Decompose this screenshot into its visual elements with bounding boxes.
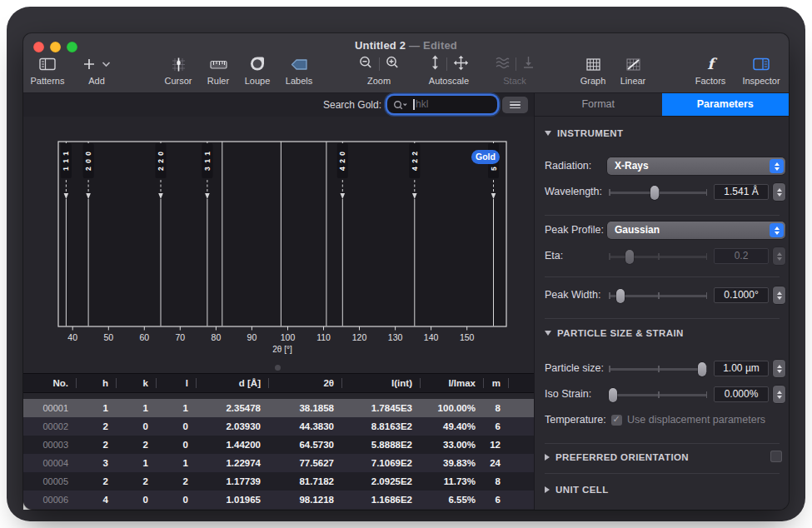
tab-parameters[interactable]: Parameters [662,93,790,116]
wavelength-stepper[interactable] [773,183,785,201]
svg-text:80: 80 [212,332,222,342]
autoscale-all-icon[interactable] [453,55,469,74]
svg-text:70: 70 [175,332,185,342]
peak-list-button[interactable] [502,97,528,113]
svg-text:4 2 0: 4 2 0 [338,151,346,171]
toolbar-separator [446,57,447,71]
particle-size-stepper[interactable] [773,360,785,377]
section-instrument[interactable]: INSTRUMENT [545,127,623,140]
slider-thumb[interactable] [616,289,625,303]
inspector-panel-icon [733,55,789,73]
peak-width-field[interactable]: 0.1000° [714,287,769,303]
svg-text:40: 40 [67,332,77,342]
peak-profile-dropdown[interactable]: Gaussian [607,222,785,239]
toolbar-inspector[interactable]: Inspector [733,55,789,86]
col-h[interactable]: h [77,374,117,392]
slider-thumb[interactable] [650,186,659,200]
search-input[interactable] [416,97,492,112]
svg-text:100: 100 [281,332,296,342]
table-row[interactable]: 0000640 01.0196598.1218 1.1686E26.55%6 [23,491,534,509]
slider-thumb[interactable] [698,362,706,376]
svg-text:2 2 0: 2 2 0 [157,151,165,171]
col-l[interactable]: l [157,374,197,392]
factors-icon: f [684,55,737,73]
app-window: Untitled 2 — Edited Patterns Add Cursor [23,33,789,510]
stack-collapse-icon [522,56,535,72]
table-row[interactable]: 0000220 02.0393044.3830 8.8163E249.40%6 [23,417,534,436]
peak-table: No. h k l d [Å] 2θ I(int) I/Imax m 00001… [23,373,534,510]
radiation-label: Radiation: [545,160,591,172]
toolbar-labels[interactable]: Labels [272,55,326,86]
chevron-down-icon [102,61,111,67]
table-row[interactable]: 0000322 01.4420064.5730 5.8888E233.00%12 [23,436,534,454]
peak-width-stepper[interactable] [773,286,785,304]
iso-strain-stepper[interactable] [773,386,785,403]
svg-text:2θ [°]: 2θ [°] [272,345,292,354]
disclosure-closed-icon [545,454,550,461]
col-iint[interactable]: I(int) [342,374,421,392]
temperature-row: Temperature: Use displacement parameters [535,411,789,430]
eta-label: Eta: [545,250,563,262]
toolbar-add[interactable]: Add [70,55,123,86]
peak-width-slider[interactable] [609,288,707,303]
autoscale-vertical-icon[interactable] [430,55,441,73]
col-2theta[interactable]: 2θ [269,374,342,392]
iso-strain-field[interactable]: 0.000% [714,386,769,402]
inspector-panel: Format Parameters INSTRUMENT Radiation: … [535,93,789,510]
chart-canvas: 4050607080901001101201301401502θ [°]1 1 … [23,117,534,373]
wavelength-label: Wavelength: [545,186,602,197]
linear-scale-icon [606,55,660,73]
svg-text:150: 150 [460,332,475,342]
svg-text:130: 130 [388,332,403,342]
svg-text:110: 110 [316,332,331,342]
iso-strain-slider[interactable] [609,387,707,402]
col-no[interactable]: No. [23,374,77,392]
table-row[interactable]: 0000522 21.1773981.7182 2.0925E211.73%8 [23,472,534,491]
main-content-pane: Search Gold: 405060708090100110120130140… [23,93,534,510]
toolbar-autoscale[interactable]: Autoscale [420,55,478,86]
section-unit-cell[interactable]: UNIT CELL [545,483,609,496]
scroll-indicator[interactable] [275,365,281,371]
col-m[interactable]: m [484,374,509,392]
svg-text:1 1 1: 1 1 1 [62,151,70,171]
search-icon [393,99,411,114]
col-d[interactable]: d [Å] [197,374,269,392]
text-caret [413,99,415,110]
wavelength-slider[interactable] [609,185,707,200]
zoom-in-icon[interactable] [386,56,400,73]
toolbar-linear[interactable]: Linear [606,55,660,86]
svg-text:90: 90 [247,332,257,342]
wavelength-field[interactable]: 1.541 Å [714,184,769,200]
svg-text:4 2 2: 4 2 2 [411,151,419,171]
tab-format[interactable]: Format [535,93,662,116]
preferred-orientation-checkbox[interactable] [770,451,782,462]
patterns-icon [23,55,74,73]
table-row[interactable]: 0000431 11.2297477.5627 7.1069E239.83%24 [23,454,534,472]
radiation-dropdown[interactable]: X-Rays [607,157,785,175]
particle-size-field[interactable]: 1.00 µm [714,361,769,376]
toolbar-zoom[interactable]: Zoom [352,55,406,86]
toolbar-patterns[interactable]: Patterns [23,55,74,86]
radiation-row: Radiation: X-Rays [535,157,789,176]
titlebar[interactable]: Untitled 2 — Edited Patterns Add Cursor [23,33,789,93]
col-k[interactable]: k [117,374,157,392]
particle-size-slider[interactable] [609,361,707,376]
labels-tag-icon [272,55,326,73]
slider-thumb[interactable] [609,388,617,402]
peak-width-label: Peak Width: [545,289,600,301]
col-imax[interactable]: I/Imax [421,374,484,392]
zoom-out-icon[interactable] [359,56,373,73]
section-particle-size[interactable]: PARTICLE SIZE & STRAIN [545,326,684,340]
search-bar: Search Gold: [23,93,534,117]
radiation-value: X-Rays [615,160,649,172]
toolbar-factors[interactable]: f Factors [684,55,737,86]
table-body: 0000111 12.3547838.1858 1.7845E3100.00%8… [23,399,534,509]
svg-text:120: 120 [352,332,367,342]
table-row[interactable]: 0000111 12.3547838.1858 1.7845E3100.00%8 [23,399,534,417]
dropdown-chevrons-icon [770,223,784,237]
disclosure-open-icon [545,131,551,136]
search-field[interactable] [387,96,497,113]
particle-size-row: Particle size: 1.00 µm [535,360,789,378]
toolbar-separator [379,57,380,71]
section-preferred-orientation[interactable]: PREFERRED ORIENTATION [545,451,689,464]
